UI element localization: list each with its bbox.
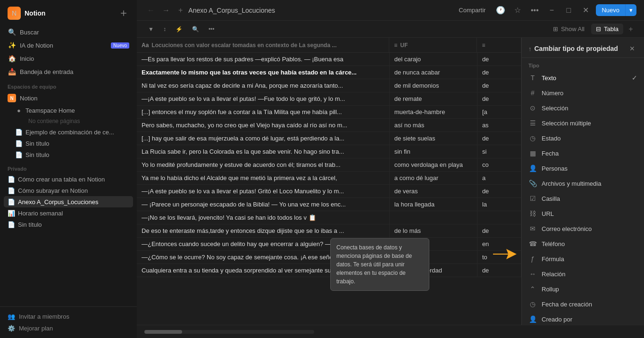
table-cell-col1[interactable]: Pero sabes, muchacho, yo no creo que el … [137,119,389,132]
table-cell-col2[interactable]: de lo más [389,224,477,238]
table-row[interactable]: —Es para llevar los restos de sus padres… [137,53,521,66]
property-item-fecha[interactable]: ▦Fecha [522,146,644,161]
col-header-3[interactable]: ≡ [477,38,521,53]
col-header-2[interactable]: ≡ UF [389,38,477,53]
tree-item-sin-titulo-1[interactable]: 📄 Sin título [4,138,133,149]
table-cell-col2[interactable]: de nunca acabar [389,66,477,79]
more-button[interactable]: ••• [528,4,541,17]
table-cell-col3[interactable]: as [477,119,521,132]
table-cell-col2[interactable]: a como dé lugar [389,172,477,185]
table-cell-col2[interactable]: de mil demonios [389,79,477,92]
property-item-archivos[interactable]: 📎Archivos y multimedia [522,176,644,191]
table-row[interactable]: — ¡Parece un personaje escapado de la Bi… [137,198,521,211]
table-cell-col3[interactable]: de [477,132,521,145]
table-cell-col2[interactable]: del carajo [389,53,477,66]
tab-add-button[interactable]: + [625,24,636,35]
table-cell-col3[interactable] [477,211,521,224]
sidebar-item-ia[interactable]: ✨ IA de Notion Nuevo [4,39,133,52]
table-cell-col3[interactable]: de [477,79,521,92]
table-cell-col1[interactable]: Exactamente lo mismo que las otras veces… [137,66,389,79]
table-cell-col1[interactable]: —¡A este pueblo se lo va a llevar el put… [137,92,389,106]
tree-item-sin-titulo-priv[interactable]: 📄 Sin título [4,219,133,230]
back-button[interactable]: ← [144,4,158,17]
table-row[interactable]: La Rucia sabe ir, pero la Colorada es la… [137,145,521,158]
teamspace-home-item[interactable]: ● Teamspace Home [4,105,133,116]
tree-item-ejemplo[interactable]: 📄 Ejemplo de combinación de ce... [4,126,133,138]
sidebar-item-home[interactable]: 🏠 Inicio [4,52,133,65]
table-cell-col2[interactable]: así no más [389,119,477,132]
table-cell-col2[interactable]: de veras [389,185,477,198]
property-item-relacion[interactable]: ↔Relación [522,266,644,281]
property-item-fecha-creacion[interactable]: ◷Fecha de creación [522,297,644,312]
table-cell-col1[interactable]: —¡A este pueblo se lo va a llevar el put… [137,185,389,198]
panel-back-icon[interactable]: ↑ [528,45,532,52]
property-item-seleccion-multiple[interactable]: ☰Selección múltiple [522,115,644,131]
table-cell-col3[interactable]: de [477,264,521,277]
tree-item-como-subrayar[interactable]: 📄 Cómo subrayar en Notion [4,185,133,196]
table-row[interactable]: —¡A este pueblo se lo va a llevar el put… [137,92,521,106]
table-row[interactable]: Pero sabes, muchacho, yo no creo que el … [137,119,521,132]
nuevo-button[interactable]: Nuevo ▾ [596,4,636,16]
table-cell-col3[interactable]: de [477,53,521,66]
property-item-casilla[interactable]: ☑Casilla [522,191,644,206]
table-cell-col2[interactable]: sin fin [389,145,477,158]
maximize-button[interactable]: □ [562,4,575,17]
table-cell-col1[interactable]: —Es para llevar los restos de sus padres… [137,53,389,66]
sidebar-item-inbox[interactable]: 📥 Bandeja de entrada [4,65,133,78]
property-item-numero[interactable]: #Número [522,85,644,100]
table-row[interactable]: [...] hay que salir de esa mujerzuela a … [137,132,521,145]
favorite-button[interactable]: ☆ [511,4,524,17]
property-item-rollup[interactable]: ⌃Rollup [522,281,644,297]
table-cell-col3[interactable]: si [477,145,521,158]
add-tab-button[interactable]: + [176,6,184,15]
table-cell-col3[interactable]: la [477,198,521,211]
tree-item-sin-titulo-2[interactable]: 📄 Sin título [4,149,133,160]
property-item-seleccion[interactable]: ⊙Selección [522,100,644,115]
minimize-button[interactable]: − [545,4,558,17]
table-cell-col3[interactable]: en [477,238,521,251]
table-cell-col3[interactable]: a [477,172,521,185]
table-cell-col1[interactable]: — ¡Parece un personaje escapado de la Bi… [137,198,389,211]
table-row[interactable]: Cualquiera entra a su tienda y queda sor… [137,264,521,277]
new-page-button[interactable] [118,8,129,19]
table-cell-col2[interactable] [389,211,477,224]
table-cell-col1[interactable]: Ya me lo había dicho el Alcalde que me m… [137,172,389,185]
table-cell-col1[interactable]: La Rucia sabe ir, pero la Colorada es la… [137,145,389,158]
tab-tabla[interactable]: ⊟ Tabla [591,24,623,34]
table-cell-col3[interactable]: de [477,66,521,79]
table-cell-col1[interactable]: De eso te enteraste más,tarde y entonces… [137,224,389,238]
table-cell-col2[interactable]: de siete suelas [389,132,477,145]
sidebar-item-notion-workspace[interactable]: N Notion [4,91,133,105]
panel-close-button[interactable]: ✕ [627,43,637,54]
table-cell-col2[interactable]: la hora llegada [389,198,477,211]
filter-button[interactable]: ▼ [144,25,158,34]
tab-show-all[interactable]: ⊞ Show All [548,24,589,34]
table-cell-col3[interactable]: co [477,158,521,172]
tree-item-anexo[interactable]: 📄 Anexo A_Corpus_Locuciones [4,196,133,207]
property-item-personas[interactable]: 👤Personas [522,161,644,176]
table-cell-col3[interactable]: de [477,224,521,238]
tree-item-como-crear[interactable]: 📄 Cómo crear una tabla en Notion [4,173,133,185]
close-button[interactable]: ✕ [579,4,592,17]
property-item-formula[interactable]: ƒFórmula [522,251,644,266]
table-cell-col3[interactable]: de [477,92,521,106]
table-row[interactable]: [...] entonces el muy soplón fue a conta… [137,106,521,119]
property-item-creado-por[interactable]: 👤Creado por [522,312,644,325]
sort-button[interactable]: ↕ [159,25,170,34]
table-cell-col2[interactable]: como verdolaga en playa [389,158,477,172]
history-button[interactable]: 🕐 [494,4,507,17]
table-row[interactable]: —¿Entonces cuando sucede un delito hay q… [137,238,521,251]
table-cell-col1[interactable]: —¡No se los llevará, jovencito! Ya casi … [137,211,389,224]
property-item-url[interactable]: ⛓URL [522,206,644,221]
table-row[interactable]: De eso te enteraste más,tarde y entonces… [137,224,521,238]
col-header-1[interactable]: Aa Locuciones con valor escalar tomadas … [137,38,389,53]
table-cell-col2[interactable]: de remate [389,92,477,106]
table-row[interactable]: Yo lo medité profundamente y estuve de a… [137,158,521,172]
search-button-table[interactable]: 🔍 [188,25,203,34]
property-item-texto[interactable]: TTexto✓ [522,70,644,85]
table-row[interactable]: —¿Cómo se le ocurre? No soy capaz de sem… [137,251,521,264]
table-cell-col1[interactable]: Yo lo medité profundamente y estuve de a… [137,158,389,172]
table-cell-col3[interactable]: [a [477,106,521,119]
table-cell-col1[interactable]: [...] hay que salir de esa mujerzuela a … [137,132,389,145]
tree-item-horario[interactable]: 📊 Horario semanal [4,207,133,219]
